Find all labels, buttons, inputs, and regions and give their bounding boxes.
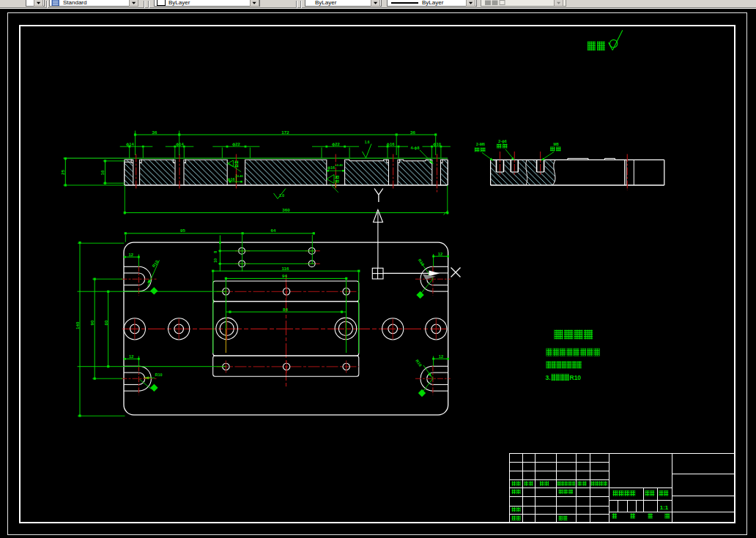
svg-text:ByLayer: ByLayer	[315, 0, 337, 6]
svg-text:84: 84	[283, 307, 288, 312]
svg-text:R10: R10	[570, 374, 582, 381]
svg-text:ϕ16: ϕ16	[327, 165, 335, 170]
svg-text:M8: M8	[553, 142, 558, 146]
svg-text:ByLayer: ByLayer	[168, 0, 190, 6]
svg-text:3.: 3.	[546, 374, 551, 381]
svg-text:95: 95	[180, 228, 185, 233]
svg-text:60: 60	[103, 320, 108, 325]
svg-text:ByLayer: ByLayer	[422, 0, 444, 6]
svg-text:ϕ22: ϕ22	[232, 142, 240, 146]
svg-text:+0.40: +0.40	[235, 174, 243, 178]
svg-text:25: 25	[60, 170, 65, 175]
svg-text:1:1: 1:1	[660, 504, 669, 511]
svg-text:1.0: 1.0	[279, 193, 284, 198]
svg-text:2-ϕ6: 2-ϕ6	[498, 139, 507, 143]
svg-text:16: 16	[100, 170, 105, 175]
svg-text:12: 12	[128, 253, 133, 257]
svg-text:90: 90	[89, 320, 94, 325]
svg-text:12: 12	[439, 354, 443, 359]
svg-text:10: 10	[213, 258, 218, 263]
svg-text:ϕ10: ϕ10	[433, 142, 441, 146]
svg-text:+0.40: +0.40	[335, 163, 343, 167]
svg-text:36: 36	[152, 130, 158, 135]
svg-text:172: 172	[281, 130, 289, 135]
svg-text:ϕ16: ϕ16	[227, 177, 234, 182]
svg-text:36: 36	[410, 130, 415, 135]
svg-text:64: 64	[271, 228, 276, 233]
svg-text:Standard: Standard	[63, 0, 86, 6]
svg-text:R10: R10	[155, 373, 162, 377]
svg-text:ϕ14: ϕ14	[176, 142, 185, 146]
svg-text:ϕ16: ϕ16	[387, 142, 396, 146]
svg-text:94: 94	[282, 273, 287, 278]
svg-text:140: 140	[75, 321, 80, 329]
svg-text:116: 116	[282, 266, 290, 271]
svg-text:4-ϕ8: 4-ϕ8	[410, 146, 419, 150]
svg-text:8: 8	[213, 251, 218, 253]
svg-text:12: 12	[438, 252, 442, 256]
svg-text:ϕ14: ϕ14	[126, 142, 135, 146]
svg-text:ϕ22: ϕ22	[332, 142, 340, 146]
svg-text:2-M6: 2-M6	[476, 142, 485, 146]
svg-text:360: 360	[282, 207, 290, 212]
svg-text:1.6: 1.6	[365, 141, 370, 144]
svg-text:12: 12	[129, 354, 133, 359]
